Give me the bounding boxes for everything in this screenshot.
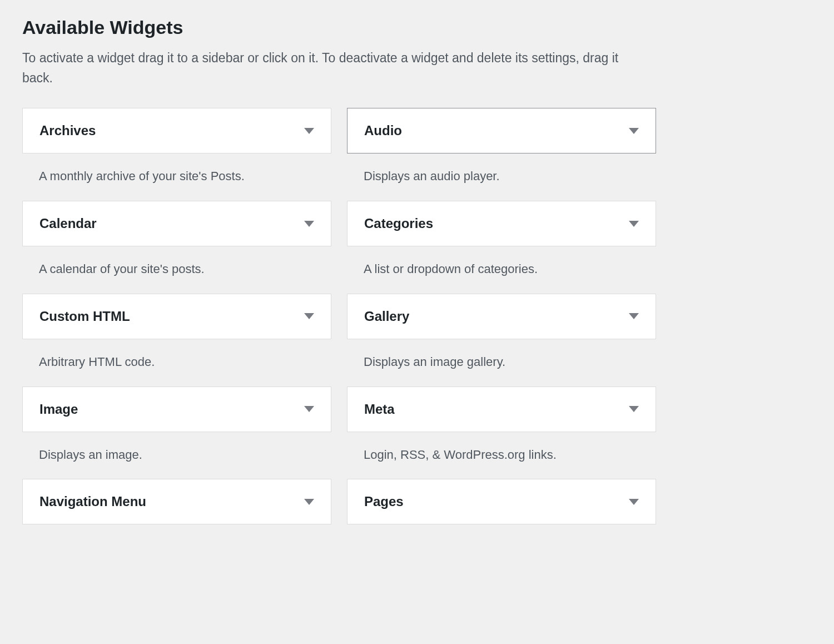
widget-description: Login, RSS, & WordPress.org links. <box>347 432 656 479</box>
widget-header[interactable]: Custom HTML <box>22 294 331 339</box>
widget-item: Pages <box>347 479 656 524</box>
widgets-grid: ArchivesA monthly archive of your site's… <box>22 108 656 524</box>
page-description: To activate a widget drag it to a sideba… <box>22 48 645 88</box>
widget-title: Categories <box>364 216 433 231</box>
widget-header[interactable]: Image <box>22 387 331 432</box>
widget-header[interactable]: Navigation Menu <box>22 479 331 524</box>
widget-item: Custom HTMLArbitrary HTML code. <box>22 294 331 387</box>
chevron-down-icon <box>304 221 314 227</box>
widget-description: A monthly archive of your site's Posts. <box>22 153 331 201</box>
chevron-down-icon <box>629 499 639 505</box>
widget-title: Audio <box>364 123 402 138</box>
widget-description: Displays an image. <box>22 432 331 479</box>
chevron-down-icon <box>629 128 639 134</box>
widget-description: Arbitrary HTML code. <box>22 339 331 387</box>
chevron-down-icon <box>304 499 314 505</box>
widget-item: Navigation Menu <box>22 479 331 524</box>
widget-item: GalleryDisplays an image gallery. <box>347 294 656 387</box>
widget-item: ImageDisplays an image. <box>22 387 331 479</box>
widget-title: Meta <box>364 402 395 417</box>
widget-title: Image <box>39 402 78 417</box>
widget-description: Displays an audio player. <box>347 153 656 201</box>
widget-item: AudioDisplays an audio player. <box>347 108 656 201</box>
widget-header[interactable]: Calendar <box>22 201 331 246</box>
chevron-down-icon <box>304 128 314 134</box>
widget-title: Gallery <box>364 309 409 324</box>
widget-header[interactable]: Archives <box>22 108 331 153</box>
widget-title: Calendar <box>39 216 97 231</box>
widget-header[interactable]: Pages <box>347 479 656 524</box>
widget-description: A list or dropdown of categories. <box>347 246 656 294</box>
widget-item: ArchivesA monthly archive of your site's… <box>22 108 331 201</box>
widget-header[interactable]: Gallery <box>347 294 656 339</box>
widget-title: Pages <box>364 494 404 509</box>
widget-item: CategoriesA list or dropdown of categori… <box>347 201 656 294</box>
widget-header[interactable]: Meta <box>347 387 656 432</box>
chevron-down-icon <box>629 221 639 227</box>
widget-header[interactable]: Audio <box>347 108 656 153</box>
widget-header[interactable]: Categories <box>347 201 656 246</box>
widget-title: Custom HTML <box>39 309 130 324</box>
widget-item: CalendarA calendar of your site's posts. <box>22 201 331 294</box>
widget-title: Navigation Menu <box>39 494 146 509</box>
chevron-down-icon <box>629 406 639 412</box>
widget-item: MetaLogin, RSS, & WordPress.org links. <box>347 387 656 479</box>
widget-title: Archives <box>39 123 96 138</box>
widget-description: A calendar of your site's posts. <box>22 246 331 294</box>
page-title: Available Widgets <box>22 17 812 38</box>
chevron-down-icon <box>304 313 314 319</box>
widget-description: Displays an image gallery. <box>347 339 656 387</box>
chevron-down-icon <box>629 313 639 319</box>
chevron-down-icon <box>304 406 314 412</box>
